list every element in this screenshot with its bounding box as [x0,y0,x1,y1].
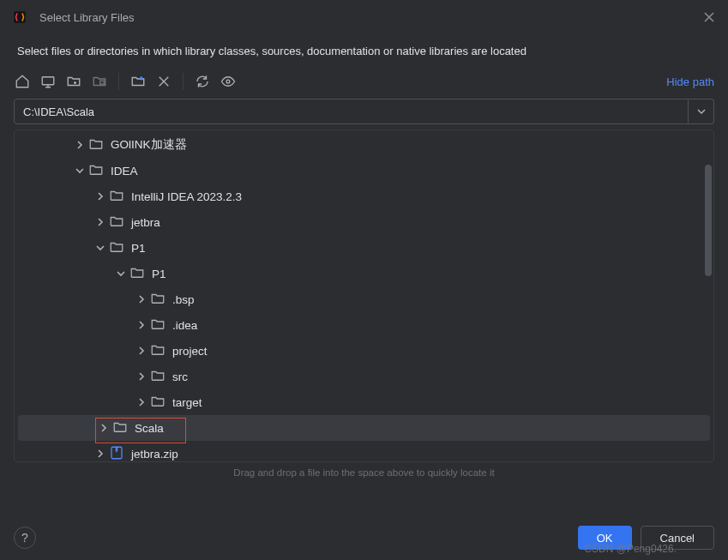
tree-row[interactable]: P1 [15,235,713,261]
chevron-right-icon[interactable] [73,138,87,152]
scrollbar[interactable] [705,165,712,276]
folder-icon [112,419,135,437]
tree-row[interactable]: jetbra [15,209,713,235]
folder-icon [150,291,172,309]
svg-rect-1 [42,77,54,85]
tree-item-label: Scala [135,422,164,435]
tree-row[interactable]: GOlINK加速器 [15,132,713,158]
chevron-right-icon[interactable] [93,215,107,229]
instructions-text: Select files or directories in which lib… [0,34,728,73]
tree-item-label: .bsp [172,293,195,306]
tree-item-label: jetbra.zip [131,448,178,461]
tree-item-label: P1 [152,268,166,280]
file-tree[interactable]: GOlINK加速器IDEAIntelliJ IDEA 2023.2.3jetbr… [15,130,713,462]
tree-row[interactable]: .idea [15,312,713,338]
titlebar: Select Library Files [0,0,728,34]
toolbar-divider [183,73,184,90]
home-icon[interactable] [14,73,31,90]
tree-item-label: IntelliJ IDEA 2023.2.3 [131,190,242,203]
chevron-right-icon[interactable] [93,447,107,461]
folder-icon [150,394,172,412]
toolbar-divider [118,73,119,90]
folder-icon [150,342,172,360]
chevron-right-icon[interactable] [135,292,148,306]
tree-row[interactable]: .bsp [15,286,713,312]
window-title: Select Library Files [39,11,702,24]
folder-icon [129,265,152,283]
refresh-icon[interactable] [194,73,211,90]
chevron-down-icon[interactable] [93,241,107,255]
desktop-icon[interactable] [39,73,57,90]
chevron-down-icon[interactable] [114,267,128,280]
tree-row[interactable]: P1 [15,261,713,286]
chevron-right-icon[interactable] [135,395,148,409]
watermark: CSDN @Peng0426. [584,543,677,555]
tree-row[interactable]: IntelliJ IDEA 2023.2.3 [15,184,713,209]
chevron-right-icon[interactable] [135,318,148,332]
module-icon[interactable] [91,73,108,90]
tree-row[interactable]: target [15,389,713,415]
help-button[interactable]: ? [14,527,36,549]
path-bar [14,99,714,124]
svg-rect-2 [100,81,105,84]
tree-item-label: .idea [172,319,197,332]
file-tree-panel: GOlINK加速器IDEAIntelliJ IDEA 2023.2.3jetbr… [14,129,714,462]
close-icon[interactable] [702,10,716,24]
tree-row[interactable]: jetbra.zip [15,441,713,462]
new-folder-icon[interactable] [129,73,147,90]
tree-item-label: IDEA [111,165,138,178]
folder-icon [109,239,131,257]
chevron-right-icon[interactable] [135,370,148,383]
tree-item-label: jetbra [131,216,160,229]
path-dropdown-button[interactable] [689,99,714,124]
tree-row[interactable]: src [15,364,713,389]
chevron-right-icon[interactable] [93,190,107,203]
app-icon [12,9,27,25]
archive-icon [109,445,131,463]
folder-icon [109,188,131,206]
tree-row[interactable]: Scala [18,415,710,441]
chevron-down-icon[interactable] [73,164,87,178]
chevron-right-icon[interactable] [135,344,148,358]
folder-icon [150,368,172,386]
tree-item-label: project [172,345,208,358]
project-icon[interactable] [65,73,82,90]
folder-icon [109,214,131,232]
tree-row[interactable]: IDEA [15,158,713,184]
tree-row[interactable]: project [15,338,713,364]
svg-point-3 [226,80,230,83]
show-hidden-icon[interactable] [220,73,237,90]
folder-icon [150,316,172,334]
tree-item-label: P1 [131,242,146,255]
tree-item-label: GOlINK加速器 [111,137,187,153]
folder-icon [88,136,111,154]
delete-icon[interactable] [155,73,172,90]
drop-hint: Drag and drop a file into the space abov… [0,467,728,478]
path-input[interactable] [14,99,689,124]
tree-item-label: target [172,396,202,409]
toolbar: Hide path [0,73,728,99]
tree-item-label: src [172,370,188,383]
chevron-right-icon[interactable] [97,421,111,435]
folder-icon [88,162,111,180]
hide-path-link[interactable]: Hide path [666,75,714,88]
